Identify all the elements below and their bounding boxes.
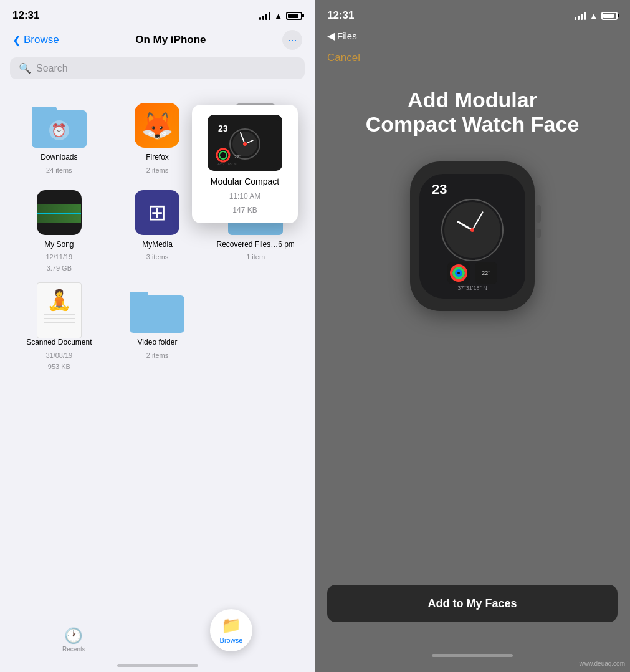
file-size: 953 KB bbox=[48, 363, 70, 370]
file-meta: 24 items bbox=[46, 166, 72, 174]
activity-rings-icon bbox=[450, 264, 467, 282]
watch-complications: 22° bbox=[424, 262, 520, 284]
tab-browse[interactable]: 📁 Browse bbox=[210, 609, 252, 651]
mysong-file-icon bbox=[31, 189, 87, 236]
title-line2: Compact Watch Face bbox=[366, 112, 580, 136]
battery-icon bbox=[286, 12, 302, 20]
watch-body: 23 22° bbox=[410, 161, 535, 311]
clock-center-dot bbox=[470, 228, 474, 232]
weather-complication: 22° bbox=[475, 262, 497, 284]
left-status-bar: 12:31 ▲ bbox=[0, 0, 315, 27]
watchface-preview: 23 22° 37°31'18" N bbox=[208, 115, 282, 171]
r-signal-bar-2 bbox=[578, 16, 580, 20]
watch-preview-area: 23 22° bbox=[315, 149, 630, 324]
watermark: www.deuaq.com bbox=[580, 660, 625, 667]
file-name: MyMedia bbox=[142, 240, 173, 250]
file-popup-card: 23 22° 37°31'18" N Modular Compact 11:10… bbox=[192, 105, 298, 223]
signal-bars-icon bbox=[259, 11, 270, 20]
file-meta: 2 items bbox=[146, 352, 168, 359]
back-label: Browse bbox=[24, 34, 59, 46]
watch-date: 23 bbox=[427, 181, 447, 198]
wifi-icon: ▲ bbox=[274, 11, 282, 21]
watchface-svg: 23 22° 37°31'18" N bbox=[211, 118, 279, 168]
watch-clock-face bbox=[441, 199, 504, 261]
downloads-folder-icon: ⏰ bbox=[31, 102, 87, 149]
watch-screen: 23 22° bbox=[419, 174, 525, 299]
recents-label: Recents bbox=[62, 646, 85, 653]
browse-back-button[interactable]: ❮ Browse bbox=[12, 34, 59, 47]
file-meta: 31/08/19 bbox=[45, 352, 72, 359]
signal-bar-2 bbox=[262, 16, 264, 20]
right-wifi-icon: ▲ bbox=[589, 11, 598, 21]
list-item[interactable]: ⏰ Downloads 24 items bbox=[10, 94, 108, 181]
watch-crown bbox=[536, 205, 541, 223]
title-line1: Add Modular bbox=[408, 88, 537, 112]
files-back-label: Files bbox=[337, 31, 357, 41]
svg-text:22°: 22° bbox=[234, 155, 241, 159]
search-bar[interactable]: 🔍 Search bbox=[10, 57, 305, 79]
r-signal-bar-3 bbox=[581, 14, 583, 20]
file-meta: 3 items bbox=[146, 253, 168, 261]
cancel-button[interactable]: Cancel bbox=[315, 47, 630, 69]
more-button[interactable]: ··· bbox=[282, 30, 302, 50]
search-input[interactable]: Search bbox=[36, 63, 68, 74]
right-status-icons: ▲ bbox=[575, 11, 618, 21]
add-to-my-faces-button[interactable]: Add to My Faces bbox=[327, 585, 618, 622]
right-status-time: 12:31 bbox=[327, 9, 354, 22]
back-chevron-icon: ◀ bbox=[327, 30, 335, 42]
activity-complication bbox=[447, 262, 470, 284]
home-indicator bbox=[117, 664, 198, 667]
tab-recents[interactable]: 🕐 Recents bbox=[62, 627, 85, 653]
file-name: Recovered Files…6 pm bbox=[216, 240, 294, 250]
search-icon: 🔍 bbox=[19, 62, 31, 74]
file-size: 3.79 GB bbox=[47, 264, 72, 272]
nav-title: On My iPhone bbox=[135, 34, 206, 46]
add-faces-label: Add to My Faces bbox=[427, 597, 517, 610]
recents-icon: 🕐 bbox=[64, 627, 83, 645]
video-folder-icon bbox=[129, 287, 185, 334]
list-item[interactable]: Video folder 2 items bbox=[108, 279, 207, 378]
scanned-doc-icon: 🧘 bbox=[31, 287, 87, 334]
file-name: Video folder bbox=[138, 338, 178, 348]
right-battery-icon bbox=[601, 12, 618, 20]
browse-label: Browse bbox=[220, 636, 243, 644]
signal-bar-3 bbox=[265, 14, 267, 20]
svg-point-6 bbox=[243, 142, 247, 146]
file-meta: 2 items bbox=[146, 166, 168, 174]
battery-fill bbox=[288, 14, 298, 18]
signal-bar-1 bbox=[259, 17, 261, 20]
file-name: My Song bbox=[44, 240, 74, 250]
left-status-time: 12:31 bbox=[12, 9, 39, 22]
list-item[interactable]: My Song 12/11/19 3.79 GB bbox=[10, 181, 108, 280]
svg-text:23: 23 bbox=[218, 123, 228, 133]
popup-file-size: 147 KB bbox=[232, 206, 257, 214]
add-watch-face-title: Add Modular Compact Watch Face bbox=[340, 88, 605, 137]
watch-clock-inner bbox=[444, 202, 500, 258]
signal-bar-4 bbox=[269, 12, 270, 20]
right-panel: 12:31 ▲ ◀ Files Cancel Add Modular Co bbox=[315, 0, 630, 672]
file-name: Firefox bbox=[146, 153, 169, 163]
watch-location-info: 37°31'18" N bbox=[457, 285, 487, 291]
right-status-bar: 12:31 ▲ bbox=[315, 0, 630, 27]
files-back-button[interactable]: ◀ Files bbox=[327, 30, 357, 42]
right-signal-bars-icon bbox=[575, 11, 586, 20]
svg-text:37°31'18" N: 37°31'18" N bbox=[217, 162, 237, 166]
right-home-indicator bbox=[432, 654, 513, 657]
right-title: Add Modular Compact Watch Face bbox=[315, 69, 630, 149]
file-meta: 12/11/19 bbox=[45, 253, 72, 261]
file-name: Downloads bbox=[41, 153, 77, 163]
firefox-folder-icon: 🦊 bbox=[129, 102, 185, 149]
popup-file-time: 11:10 AM bbox=[229, 192, 261, 201]
list-item[interactable]: 🧘 Scanned Document 31/08/19 953 KB bbox=[10, 279, 108, 378]
file-meta: 1 item bbox=[246, 253, 265, 261]
file-name: Scanned Document bbox=[26, 338, 92, 348]
watch-button bbox=[536, 229, 541, 238]
popup-file-name: Modular Compact bbox=[211, 176, 280, 187]
mymedia-folder-icon: ⊞ bbox=[129, 189, 185, 236]
back-chevron-icon: ❮ bbox=[12, 34, 21, 47]
left-panel: 12:31 ▲ ❮ Browse On My iPhone ··· 🔍 Sear… bbox=[0, 0, 315, 672]
right-nav: ◀ Files bbox=[315, 27, 630, 47]
r-signal-bar-4 bbox=[584, 12, 586, 20]
r-signal-bar-1 bbox=[575, 17, 576, 20]
left-nav-bar: ❮ Browse On My iPhone ··· bbox=[0, 27, 315, 55]
